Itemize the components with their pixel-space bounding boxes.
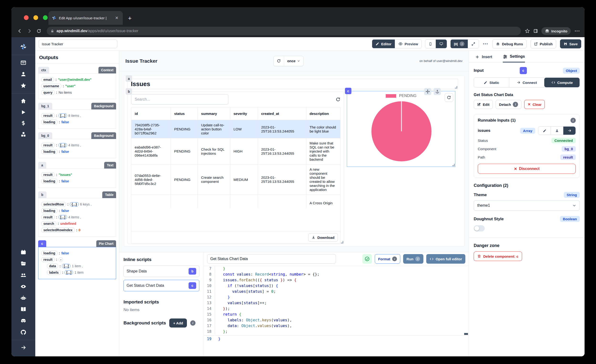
compute-mode-button[interactable]: Compute: [544, 78, 580, 87]
resize-handle[interactable]: [455, 86, 457, 89]
outputs-counter-button[interactable]: |0| i: [451, 40, 468, 48]
code-line[interactable]: 11 values[status] = 0;: [204, 289, 469, 294]
close-window-button[interactable]: [24, 15, 29, 20]
inline-script-item[interactable]: Get Status Chart Datac: [124, 280, 199, 291]
code-line[interactable]: 13 values[status]++;: [204, 300, 469, 306]
output-row[interactable]: search:undefined: [41, 221, 113, 226]
app-name-input[interactable]: [39, 40, 117, 48]
tab-insert[interactable]: Insert: [475, 54, 492, 62]
column-header-status[interactable]: status: [171, 107, 198, 120]
workers-robot-icon[interactable]: [11, 292, 35, 304]
component-value-pill[interactable]: bg_0: [562, 146, 576, 152]
output-row[interactable]: email:"user@windmill.dev": [41, 77, 113, 82]
refresh-mode-dropdown[interactable]: once: [284, 56, 303, 66]
theme-select[interactable]: theme1: [474, 200, 580, 211]
schedules-icon[interactable]: [11, 246, 35, 258]
runs-icon[interactable]: [11, 107, 35, 118]
column-header-summary[interactable]: summary: [198, 107, 230, 120]
output-row[interactable]: result:[...]4 items ,: [41, 143, 113, 148]
field-static-button[interactable]: [538, 126, 551, 135]
resize-handle[interactable]: [452, 164, 455, 166]
anchor-button[interactable]: [434, 88, 441, 95]
publish-button[interactable]: Publish: [530, 39, 556, 48]
table-component-b[interactable]: idstatussummaryseveritycreated_atdescrip…: [127, 91, 344, 244]
code-line[interactable]: 15 return {: [204, 312, 469, 317]
add-background-script-button[interactable]: + Add: [169, 319, 187, 327]
delete-component-button[interactable]: Delete component: c: [474, 252, 522, 261]
code-line[interactable]: 8 const values: Record<string, number> =…: [204, 272, 469, 277]
user-icon[interactable]: [11, 68, 35, 80]
code-line[interactable]: 16 labels: Object.keys(values),: [204, 317, 469, 323]
code-area[interactable]: 7 }8 const values: Record<string, number…: [204, 266, 469, 356]
table-row[interactable]: eaba8d96-e387-4d2d-8494-096e4143b8faPEND…: [131, 138, 340, 164]
mobile-view-button[interactable]: [425, 40, 436, 48]
window-controls[interactable]: [24, 15, 48, 20]
tab-settings[interactable]: Settings: [503, 54, 525, 62]
output-row[interactable]: loading:false: [41, 120, 113, 124]
favorites-star-icon[interactable]: [11, 80, 35, 91]
disconnect-button[interactable]: ✕Disconnect: [478, 164, 576, 174]
save-button[interactable]: Save: [560, 39, 581, 48]
windmill-logo[interactable]: [11, 41, 35, 53]
apps-icon[interactable]: [11, 57, 35, 68]
output-row[interactable]: data:[...]1 item ,: [47, 264, 113, 268]
detach-button[interactable]: Detachi: [496, 100, 522, 109]
code-line[interactable]: 14 });: [204, 306, 469, 312]
table-row[interactable]: A Cross Origin: [131, 195, 340, 208]
groups-icon[interactable]: [11, 269, 35, 281]
output-row[interactable]: loading:false: [41, 208, 113, 213]
docs-book-icon[interactable]: [11, 304, 35, 315]
format-button[interactable]: Formati: [375, 254, 400, 264]
scrollbar-handle[interactable]: [464, 333, 468, 335]
table-row[interactable]: 794208f5-2735-428a-b4af-b071ff0a2962PEND…: [131, 120, 340, 138]
output-card-id[interactable]: bg_1: [38, 103, 52, 109]
preview-tab[interactable]: Preview: [395, 40, 422, 48]
piechart-component-c[interactable]: PENDING: [347, 91, 455, 167]
maximize-window-button[interactable]: [43, 15, 48, 20]
output-card-id[interactable]: b: [38, 191, 46, 198]
output-row[interactable]: result:-: [41, 257, 113, 262]
variables-icon[interactable]: [11, 118, 35, 129]
output-row[interactable]: username:"user": [41, 84, 113, 89]
code-line[interactable]: 7 }: [204, 266, 469, 272]
component-c-badge[interactable]: c: [345, 88, 351, 94]
component-b-badge[interactable]: b: [126, 88, 132, 95]
clear-button[interactable]: ✕Clear: [524, 100, 545, 109]
move-handle[interactable]: [424, 88, 431, 95]
column-header-severity[interactable]: severity: [230, 107, 258, 120]
output-row[interactable]: result:[...]8 items ,: [41, 113, 113, 118]
field-user-button[interactable]: [551, 126, 563, 135]
output-row[interactable]: loading:false: [41, 251, 113, 256]
output-card-id[interactable]: a: [38, 162, 46, 169]
output-row[interactable]: labels:[...]1 item: [47, 270, 113, 275]
back-button[interactable]: [16, 27, 24, 35]
more-menu-icon[interactable]: ⋮: [482, 41, 488, 46]
doughnut-toggle[interactable]: [474, 225, 485, 231]
table-row[interactable]: 07da0553-4e6e-4d56-8ded-5fd0f7d5c3c2PEND…: [131, 164, 340, 195]
output-row[interactable]: selectedRow:{...}6 keys ,: [41, 202, 113, 207]
output-card-id[interactable]: ctx: [38, 67, 49, 74]
output-row[interactable]: query:No items: [41, 90, 113, 95]
component-a-badge[interactable]: a: [126, 75, 132, 82]
table-search-input[interactable]: [131, 94, 228, 105]
side-panel-icon[interactable]: [533, 29, 538, 33]
reload-button[interactable]: [35, 27, 43, 35]
connect-mode-button[interactable]: Connect: [509, 78, 544, 87]
output-card-id[interactable]: c: [38, 240, 46, 247]
code-line[interactable]: 18 };: [204, 329, 469, 334]
edit-button[interactable]: Edit: [474, 100, 493, 109]
run-button[interactable]: Runi: [403, 254, 423, 264]
code-line[interactable]: 10 if (!values[status]) {: [204, 283, 469, 289]
table-refresh-icon[interactable]: [336, 97, 340, 102]
bookmark-star-icon[interactable]: [525, 28, 530, 34]
tab-close-icon[interactable]: ✕: [114, 15, 119, 21]
forward-button[interactable]: [25, 27, 33, 35]
inline-script-item[interactable]: Shape Datab: [124, 266, 199, 277]
code-line[interactable]: 12 }: [204, 294, 469, 300]
output-row[interactable]: loading:false: [41, 179, 113, 184]
code-line[interactable]: 19}: [204, 335, 469, 342]
collapse-arrow-icon[interactable]: [11, 342, 35, 353]
open-full-editor-button[interactable]: Open full editor: [426, 254, 465, 264]
download-button[interactable]: Download: [308, 233, 338, 242]
code-line[interactable]: 9 issues.forEach(({ status }) => {: [204, 277, 469, 283]
